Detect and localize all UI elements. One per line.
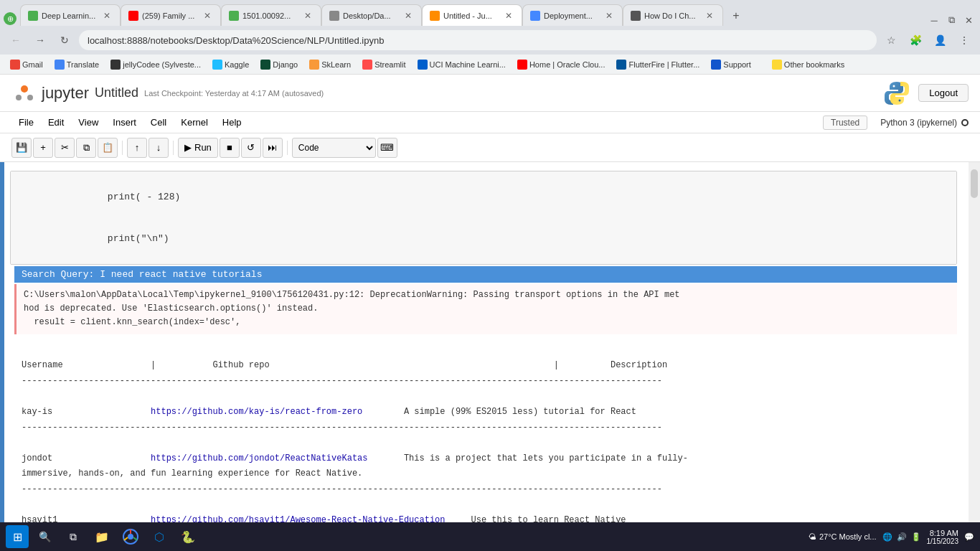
tab-family[interactable]: (259) Family ... ✕ (121, 4, 221, 26)
profile-button[interactable]: 👤 (930, 30, 950, 50)
notebook-name[interactable]: Untitled (95, 85, 138, 100)
toolbar-separator-3 (287, 141, 288, 155)
bookmark-django[interactable]: Django (256, 58, 302, 71)
tab-close[interactable]: ✕ (302, 10, 314, 22)
jondot-link[interactable]: https://github.com/jondot/ReactNativeKat… (151, 453, 367, 463)
kay-is-link[interactable]: https://github.com/kay-is/react-from-zer… (151, 407, 362, 417)
notebook-area: print( - 128) print("\n") Search Query: … (0, 162, 980, 525)
tab-bar: ⊕ Deep Learnin... ✕ (259) Family ... ✕ 1… (0, 0, 980, 26)
extensions-button[interactable]: 🧩 (905, 30, 925, 50)
vscode-icon: ⬡ (154, 530, 164, 544)
taskbar-python[interactable]: 🐍 (175, 524, 201, 550)
tab-favicon (329, 11, 339, 21)
logout-button[interactable]: Logout (918, 84, 969, 102)
tab-untitled-jupyter[interactable]: Untitled - Ju... ✕ (422, 4, 522, 26)
tab-close[interactable]: ✕ (202, 10, 213, 22)
taskbar-vscode[interactable]: ⬡ (146, 524, 172, 550)
menu-insert[interactable]: Insert (105, 115, 143, 130)
close-button[interactable]: ✕ (963, 14, 974, 26)
bookmark-support[interactable]: Support (707, 58, 755, 71)
notebook-cells[interactable]: print( - 128) print("\n") Search Query: … (4, 162, 969, 525)
save-button[interactable]: 💾 (11, 138, 32, 158)
minimize-button[interactable]: ─ (928, 14, 940, 26)
interrupt-button[interactable]: ■ (220, 138, 240, 158)
restore-button[interactable]: ⧉ (946, 14, 957, 26)
bookmark-translate[interactable]: Translate (50, 58, 103, 71)
restart-run-all-button[interactable]: ⏭ (263, 138, 283, 158)
trusted-badge[interactable]: Trusted (823, 116, 867, 130)
tab-title: 1501.00092... (242, 11, 298, 20)
tab-close[interactable]: ✕ (603, 10, 615, 22)
keyboard-shortcuts-button[interactable]: ⌨ (377, 138, 397, 158)
scrollbar-area[interactable] (969, 162, 980, 525)
menu-kernel[interactable]: Kernel (174, 115, 215, 130)
tab-title: Untitled - Ju... (443, 11, 499, 20)
translate-icon (55, 60, 65, 70)
tab-close[interactable]: ✕ (704, 10, 715, 22)
start-button[interactable]: ⊞ (6, 525, 29, 548)
copy-cell-button[interactable]: ⧉ (76, 138, 96, 158)
tab-close[interactable]: ✕ (503, 10, 514, 22)
tab-deep-learning[interactable]: Deep Learnin... ✕ (20, 4, 121, 26)
menu-button[interactable]: ⋮ (954, 30, 974, 50)
bookmark-label: SkLearn (321, 60, 351, 69)
bookmark-uci[interactable]: UCI Machine Learni... (413, 58, 510, 71)
add-cell-button[interactable]: + (33, 138, 53, 158)
svg-point-8 (128, 534, 133, 540)
menu-file[interactable]: File (11, 115, 41, 130)
tab-close[interactable]: ✕ (101, 10, 113, 22)
tab-1501[interactable]: 1501.00092... ✕ (221, 4, 321, 26)
jupyter-menubar: File Edit View Insert Cell Kernel Help T… (0, 112, 980, 133)
code-cell-print: print( - 128) print("\n") (4, 169, 969, 266)
browser-logo: ⊕ (3, 11, 17, 26)
paste-cell-button[interactable]: 📋 (98, 138, 118, 158)
tab-how-do-i[interactable]: How Do I Ch... ✕ (623, 4, 723, 26)
taskbar-task-view[interactable]: ⧉ (60, 524, 86, 550)
tab-desktop[interactable]: Desktop/Da... ✕ (321, 4, 422, 26)
notification-icon[interactable]: 💬 (964, 532, 974, 542)
tab-title: Desktop/Da... (343, 11, 398, 20)
taskbar-search[interactable]: 🔍 (32, 524, 57, 550)
restart-button[interactable]: ↺ (241, 138, 261, 158)
cell-content[interactable]: print( - 128) print("\n") (10, 171, 957, 265)
bookmark-flutterfire[interactable]: FlutterFire | Flutter... (612, 58, 704, 71)
bookmark-gmail[interactable]: Gmail (6, 58, 47, 71)
bookmark-kaggle[interactable]: Kaggle (208, 58, 253, 71)
taskbar-chrome[interactable] (118, 524, 143, 550)
bookmark-jellycodee[interactable]: jellyCodee (Sylveste... (106, 58, 205, 71)
address-input[interactable]: localhost:8888/notebooks/Desktop/Data%20… (79, 30, 877, 50)
cell-type-select[interactable]: Code Markdown Raw NBConvert (292, 138, 376, 158)
menu-cell[interactable]: Cell (143, 115, 174, 130)
new-tab-button[interactable]: + (726, 6, 746, 26)
task-view-icon: ⧉ (70, 531, 77, 543)
bookmark-other[interactable]: Other bookmarks (768, 58, 849, 71)
oracle-icon (517, 60, 527, 70)
run-button[interactable]: ▶ Run (178, 138, 218, 158)
taskbar-file-explorer[interactable]: 📁 (89, 524, 115, 550)
menu-view[interactable]: View (71, 115, 105, 130)
menu-help[interactable]: Help (215, 115, 249, 130)
refresh-button[interactable]: ↻ (55, 30, 75, 50)
bookmark-streamlit[interactable]: Streamlit (358, 58, 410, 71)
move-up-button[interactable]: ↑ (127, 138, 147, 158)
bookmark-star-button[interactable]: ☆ (881, 30, 901, 50)
run-label: Run (194, 142, 212, 153)
bookmark-oracle[interactable]: Home | Oracle Clou... (513, 58, 610, 71)
gmail-icon (10, 60, 20, 70)
move-down-button[interactable]: ↓ (149, 138, 169, 158)
back-button[interactable]: ← (6, 30, 26, 50)
run-icon: ▶ (184, 142, 192, 153)
cut-cell-button[interactable]: ✂ (55, 138, 75, 158)
tab-deployment[interactable]: Deployment... ✕ (522, 4, 623, 26)
code-area[interactable]: print( - 128) print("\n") (11, 171, 956, 264)
tab-title: (259) Family ... (142, 11, 197, 20)
bookmark-sklearn[interactable]: SkLearn (305, 58, 355, 71)
tab-close[interactable]: ✕ (402, 10, 414, 22)
output-table-wrapper: Username | Github repo | Description ---… (4, 336, 969, 525)
network-icon: 🌐 (882, 532, 892, 542)
tab-favicon (530, 11, 540, 21)
forward-button[interactable]: → (30, 30, 50, 50)
scrollbar-thumb[interactable] (971, 169, 978, 198)
menu-edit[interactable]: Edit (41, 115, 71, 130)
bookmark-label: Home | Oracle Clou... (529, 60, 606, 69)
